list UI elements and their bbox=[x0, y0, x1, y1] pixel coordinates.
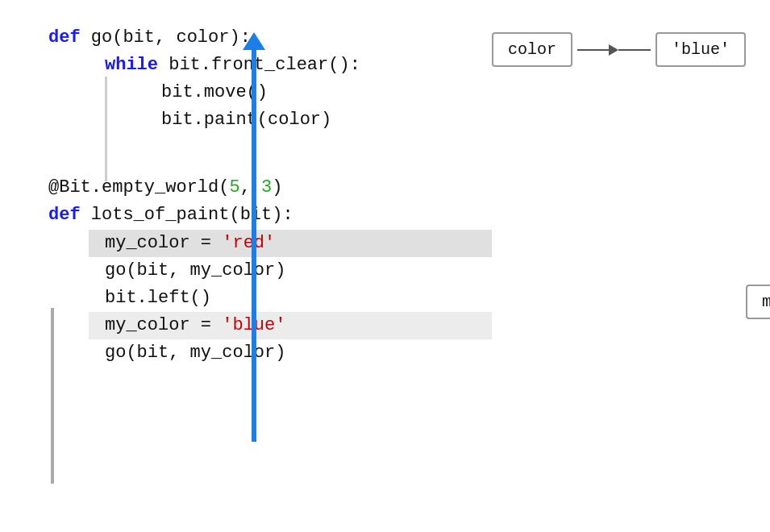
keyword-while: while bbox=[105, 55, 158, 75]
box-blue-top: 'blue' bbox=[656, 32, 746, 67]
code-line-11: go(bit, my_color) bbox=[48, 339, 435, 367]
num-5: 5 bbox=[229, 177, 239, 197]
num-3: 3 bbox=[261, 177, 272, 197]
code-line-8: go(bit, my_color) bbox=[48, 257, 435, 285]
decorator-text: @Bit.empty_world( bbox=[48, 177, 229, 197]
code-text: bit.left() bbox=[105, 288, 211, 308]
code-text: go(bit, my_color) bbox=[105, 260, 285, 281]
code-line-10: my_color = 'blue' bbox=[89, 312, 492, 339]
code-line-5: @Bit.empty_world(5, 3) bbox=[48, 174, 435, 202]
code-line-6: def lots_of_paint(bit): bbox=[48, 202, 435, 229]
var-mycolor-2: my_color = bbox=[105, 315, 222, 335]
box-color: color bbox=[492, 32, 572, 67]
code-line-9: bit.left() bbox=[48, 285, 435, 312]
code-text: go(bit, my_color) bbox=[105, 343, 285, 363]
keyword-def: def bbox=[48, 27, 91, 48]
spacer bbox=[48, 134, 435, 174]
fn-name: go(bit, color): bbox=[91, 27, 251, 48]
arrow-line bbox=[577, 49, 610, 51]
keyword-def-2: def bbox=[48, 205, 91, 225]
var-mycolor: my_color = bbox=[105, 233, 222, 253]
blue-vertical-arrow bbox=[252, 47, 256, 442]
code-line-1: def go(bit, color): bbox=[48, 24, 435, 52]
fn-name-2: lots_of_paint(bit): bbox=[91, 205, 293, 225]
arrow-head bbox=[609, 44, 618, 56]
code-display: def go(bit, color): while bit.front_clea… bbox=[48, 24, 435, 367]
str-red-value: 'red' bbox=[222, 233, 275, 253]
code-line-2: while bit.front_clear(): bbox=[48, 52, 435, 79]
while-condition: bit.front_clear(): bbox=[158, 55, 360, 75]
code-line-4: bit.paint(color) bbox=[48, 106, 435, 134]
diagram-top: color 'blue' bbox=[492, 32, 746, 67]
code-line-3: bit.move() bbox=[48, 79, 435, 106]
code-line-7: my_color = 'red' bbox=[89, 230, 492, 257]
comma: , bbox=[240, 177, 261, 197]
close-paren: ) bbox=[272, 177, 282, 197]
code-text: bit.paint(color) bbox=[161, 110, 331, 130]
box-mycolor: my_color bbox=[746, 285, 770, 319]
arrow-color-to-blue bbox=[577, 44, 651, 56]
